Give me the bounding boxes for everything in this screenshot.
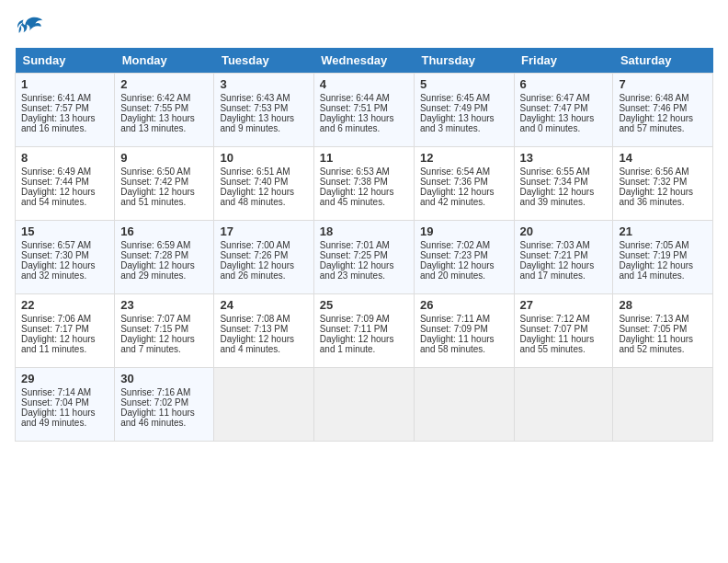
daylight-text: Daylight: 12 hours and 48 minutes. — [220, 187, 307, 207]
calendar-cell: 9Sunrise: 6:50 AMSunset: 7:42 PMDaylight… — [115, 147, 214, 221]
sunrise-text: Sunrise: 6:47 AM — [520, 93, 608, 103]
col-header-thursday: Thursday — [414, 48, 514, 74]
col-header-saturday: Saturday — [613, 48, 713, 74]
sunrise-text: Sunrise: 7:06 AM — [21, 314, 108, 324]
day-number: 6 — [520, 77, 608, 91]
sunrise-text: Sunrise: 6:41 AM — [21, 93, 108, 103]
sunrise-text: Sunrise: 6:59 AM — [120, 240, 208, 250]
calendar-cell: 10Sunrise: 6:51 AMSunset: 7:40 PMDayligh… — [214, 147, 313, 221]
calendar-cell: 2Sunrise: 6:42 AMSunset: 7:55 PMDaylight… — [115, 74, 214, 147]
sunset-text: Sunset: 7:28 PM — [120, 250, 208, 260]
calendar-cell — [514, 368, 613, 442]
sunset-text: Sunset: 7:46 PM — [619, 103, 707, 113]
sunrise-text: Sunrise: 6:43 AM — [220, 93, 307, 103]
daylight-text: Daylight: 12 hours and 7 minutes. — [120, 334, 208, 354]
day-number: 10 — [220, 151, 307, 165]
sunset-text: Sunset: 7:02 PM — [120, 397, 208, 408]
sunset-text: Sunset: 7:23 PM — [420, 250, 508, 260]
header-row: SundayMondayTuesdayWednesdayThursdayFrid… — [16, 48, 713, 74]
calendar-cell: 30Sunrise: 7:16 AMSunset: 7:02 PMDayligh… — [115, 368, 214, 442]
calendar-cell: 7Sunrise: 6:48 AMSunset: 7:46 PMDaylight… — [613, 74, 713, 147]
sunrise-text: Sunrise: 7:08 AM — [220, 314, 307, 324]
daylight-text: Daylight: 12 hours and 32 minutes. — [21, 260, 108, 281]
week-row: 8Sunrise: 6:49 AMSunset: 7:44 PMDaylight… — [16, 147, 713, 221]
day-number: 27 — [520, 298, 608, 312]
sunset-text: Sunset: 7:34 PM — [520, 177, 608, 187]
day-number: 24 — [220, 298, 307, 312]
day-number: 19 — [420, 224, 508, 238]
sunrise-text: Sunrise: 7:09 AM — [320, 314, 408, 324]
week-row: 15Sunrise: 6:57 AMSunset: 7:30 PMDayligh… — [16, 221, 713, 294]
calendar-cell: 22Sunrise: 7:06 AMSunset: 7:17 PMDayligh… — [16, 294, 115, 368]
calendar-cell: 13Sunrise: 6:55 AMSunset: 7:34 PMDayligh… — [514, 147, 613, 221]
sunset-text: Sunset: 7:32 PM — [619, 177, 707, 187]
calendar-cell — [214, 368, 313, 442]
day-number: 8 — [21, 151, 108, 165]
daylight-text: Daylight: 12 hours and 4 minutes. — [220, 334, 307, 354]
col-header-friday: Friday — [514, 48, 613, 74]
sunrise-text: Sunrise: 7:11 AM — [420, 314, 508, 324]
week-row: 22Sunrise: 7:06 AMSunset: 7:17 PMDayligh… — [16, 294, 713, 368]
sunrise-text: Sunrise: 7:00 AM — [220, 240, 307, 250]
day-number: 25 — [320, 298, 408, 312]
sunrise-text: Sunrise: 6:53 AM — [320, 167, 408, 177]
calendar-cell: 24Sunrise: 7:08 AMSunset: 7:13 PMDayligh… — [214, 294, 313, 368]
calendar-cell: 19Sunrise: 7:02 AMSunset: 7:23 PMDayligh… — [414, 221, 514, 294]
sunset-text: Sunset: 7:05 PM — [619, 324, 707, 334]
calendar-cell: 4Sunrise: 6:44 AMSunset: 7:51 PMDaylight… — [313, 74, 414, 147]
day-number: 17 — [220, 224, 307, 238]
day-number: 16 — [120, 224, 208, 238]
sunrise-text: Sunrise: 7:07 AM — [120, 314, 208, 324]
sunset-text: Sunset: 7:57 PM — [21, 103, 108, 113]
daylight-text: Daylight: 12 hours and 54 minutes. — [21, 187, 108, 207]
calendar-cell: 26Sunrise: 7:11 AMSunset: 7:09 PMDayligh… — [414, 294, 514, 368]
sunrise-text: Sunrise: 7:16 AM — [120, 387, 208, 397]
sunset-text: Sunset: 7:30 PM — [21, 250, 108, 260]
daylight-text: Daylight: 13 hours and 0 minutes. — [520, 113, 608, 133]
sunset-text: Sunset: 7:11 PM — [320, 324, 408, 334]
calendar-cell — [613, 368, 713, 442]
calendar-cell: 5Sunrise: 6:45 AMSunset: 7:49 PMDaylight… — [414, 74, 514, 147]
daylight-text: Daylight: 11 hours and 46 minutes. — [120, 408, 208, 428]
sunset-text: Sunset: 7:17 PM — [21, 324, 108, 334]
sunrise-text: Sunrise: 7:03 AM — [520, 240, 608, 250]
calendar-cell — [414, 368, 514, 442]
sunrise-text: Sunrise: 7:13 AM — [619, 314, 707, 324]
sunrise-text: Sunrise: 6:54 AM — [420, 167, 508, 177]
sunset-text: Sunset: 7:51 PM — [320, 103, 408, 113]
day-number: 5 — [420, 77, 508, 91]
sunrise-text: Sunrise: 6:50 AM — [120, 167, 208, 177]
sunset-text: Sunset: 7:38 PM — [320, 177, 408, 187]
calendar-cell: 25Sunrise: 7:09 AMSunset: 7:11 PMDayligh… — [313, 294, 414, 368]
day-number: 23 — [120, 298, 208, 312]
daylight-text: Daylight: 11 hours and 49 minutes. — [21, 408, 108, 428]
page-header — [15, 15, 713, 40]
sunset-text: Sunset: 7:07 PM — [520, 324, 608, 334]
day-number: 1 — [21, 77, 108, 91]
calendar-cell — [313, 368, 414, 442]
daylight-text: Daylight: 12 hours and 45 minutes. — [320, 187, 408, 207]
daylight-text: Daylight: 11 hours and 55 minutes. — [520, 334, 608, 354]
day-number: 26 — [420, 298, 508, 312]
sunrise-text: Sunrise: 6:44 AM — [320, 93, 408, 103]
sunrise-text: Sunrise: 6:45 AM — [420, 93, 508, 103]
calendar-cell: 6Sunrise: 6:47 AMSunset: 7:47 PMDaylight… — [514, 74, 613, 147]
sunset-text: Sunset: 7:40 PM — [220, 177, 307, 187]
sunrise-text: Sunrise: 7:05 AM — [619, 240, 707, 250]
daylight-text: Daylight: 12 hours and 11 minutes. — [21, 334, 108, 354]
daylight-text: Daylight: 12 hours and 23 minutes. — [320, 260, 408, 281]
sunset-text: Sunset: 7:36 PM — [420, 177, 508, 187]
sunset-text: Sunset: 7:25 PM — [320, 250, 408, 260]
sunrise-text: Sunrise: 6:49 AM — [21, 167, 108, 177]
calendar-cell: 8Sunrise: 6:49 AMSunset: 7:44 PMDaylight… — [16, 147, 115, 221]
sunset-text: Sunset: 7:42 PM — [120, 177, 208, 187]
daylight-text: Daylight: 12 hours and 17 minutes. — [520, 260, 608, 281]
col-header-wednesday: Wednesday — [313, 48, 414, 74]
week-row: 29Sunrise: 7:14 AMSunset: 7:04 PMDayligh… — [16, 368, 713, 442]
daylight-text: Daylight: 13 hours and 6 minutes. — [320, 113, 408, 133]
daylight-text: Daylight: 12 hours and 51 minutes. — [120, 187, 208, 207]
day-number: 4 — [320, 77, 408, 91]
col-header-tuesday: Tuesday — [214, 48, 313, 74]
sunset-text: Sunset: 7:26 PM — [220, 250, 307, 260]
col-header-monday: Monday — [115, 48, 214, 74]
